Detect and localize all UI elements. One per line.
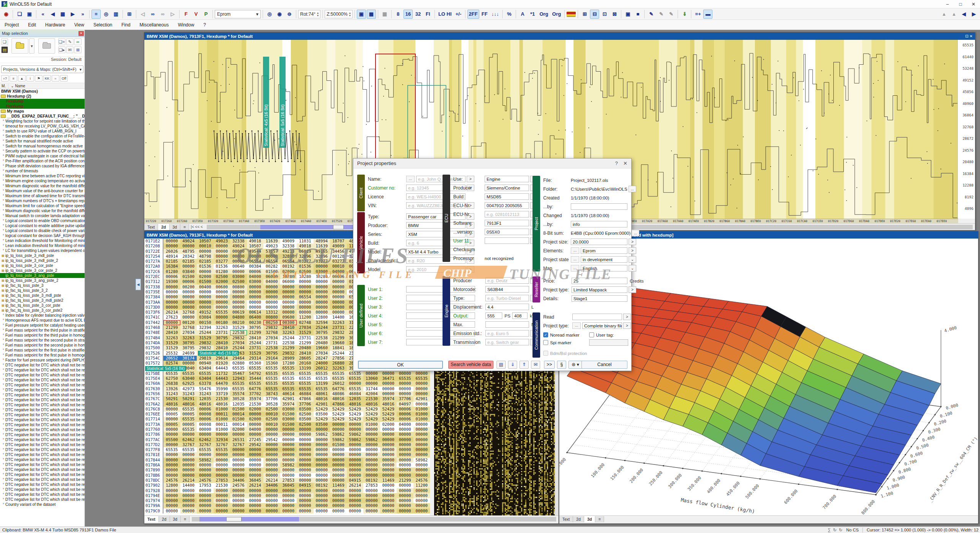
- tree-item[interactable]: __DDS_EXPA2_DEFAULT_FUNC__: "__DDS_EXPA2…: [0, 114, 85, 119]
- hex-cell[interactable]: 65535: [263, 376, 280, 381]
- hex-cell[interactable]: 00000: [297, 473, 314, 478]
- hex-cell[interactable]: 26026: [163, 249, 180, 254]
- hex-cell[interactable]: 00000: [230, 447, 247, 452]
- hex-cell[interactable]: 26012: [330, 381, 347, 386]
- filter-icon[interactable]: i: [26, 75, 34, 82]
- hex-cell[interactable]: 35574: [230, 391, 247, 396]
- field-input[interactable]: 0047910 2005055: [485, 202, 529, 209]
- search-vehicle-data-button[interactable]: Search vehicle data: [448, 361, 493, 369]
- hex-cell[interactable]: 00000: [380, 483, 397, 488]
- hex-cell[interactable]: 00180: [214, 320, 230, 325]
- hex-address[interactable]: 0174DA: [144, 340, 163, 345]
- hex-cell[interactable]: 00010: [263, 412, 280, 417]
- hex-cell[interactable]: 28410: [214, 345, 230, 350]
- hex-cell[interactable]: 59862: [347, 432, 364, 437]
- hex-cell[interactable]: 00000: [247, 447, 264, 452]
- hex-cell[interactable]: 00000: [380, 468, 397, 473]
- hex-cell[interactable]: 00000: [314, 310, 330, 315]
- plugin-icon[interactable]: ⊞: [74, 46, 82, 53]
- hex-cell[interactable]: 00000: [163, 458, 180, 463]
- tree-item[interactable]: *DTC negative list for DTC which shall n…: [0, 457, 85, 462]
- hex-cell[interactable]: 65535: [280, 366, 297, 371]
- hex-address[interactable]: 0173D0: [144, 305, 163, 310]
- win-a-icon[interactable]: ▣: [623, 10, 632, 19]
- hex-cell[interactable]: 00000: [163, 289, 180, 294]
- hex-cell[interactable]: 47866: [330, 402, 347, 407]
- field-input2[interactable]: 408: [512, 312, 528, 319]
- hex-cell[interactable]: 65535: [180, 407, 197, 412]
- hex-cell[interactable]: 00000: [263, 488, 280, 493]
- hex-cell[interactable]: 00000: [297, 508, 314, 513]
- hex-cell[interactable]: 42901: [413, 396, 430, 401]
- hex-cell[interactable]: 04000: [247, 427, 264, 432]
- field-input[interactable]: Engine: [485, 176, 529, 182]
- hex-cell[interactable]: 02185: [180, 259, 197, 264]
- hex-cell[interactable]: 00000: [280, 452, 297, 457]
- hex-cell[interactable]: 28909: [280, 356, 297, 361]
- hex-cell[interactable]: 00000: [230, 269, 247, 274]
- hex-cell[interactable]: 00000: [397, 381, 413, 386]
- absolute-button[interactable]: A: [518, 10, 527, 19]
- hex-cell[interactable]: 00010: [330, 264, 347, 269]
- hex-cell[interactable]: 32263: [330, 366, 347, 371]
- hex-cell[interactable]: 35974: [247, 396, 264, 401]
- tree-item[interactable]: *DTC negative list for DTC which shall n…: [0, 492, 85, 497]
- tree-item[interactable]: *Factor for fuel pressure setpoint durin…: [0, 358, 85, 363]
- hex-cell[interactable]: 06019: [297, 249, 314, 254]
- tree-item[interactable]: *DTC negative list for DTC which shall n…: [0, 397, 85, 402]
- hex-cell[interactable]: 00000: [214, 315, 230, 320]
- checkbox-box[interactable]: [589, 332, 594, 337]
- tab-text[interactable]: Text: [144, 224, 158, 230]
- horizontal-scrollbar[interactable]: [192, 517, 556, 522]
- hex-cell[interactable]: 00000: [363, 473, 380, 478]
- hex-cell[interactable]: 00000: [330, 289, 347, 294]
- hex-cell[interactable]: 00000: [297, 452, 314, 457]
- hex-cell[interactable]: 03000: [280, 417, 297, 422]
- hex-cell[interactable]: 00000: [280, 508, 297, 513]
- hex-cell[interactable]: 00006: [397, 417, 413, 422]
- hex-cell[interactable]: 28247: [314, 356, 330, 361]
- hex-cell[interactable]: 29832: [280, 351, 297, 356]
- hex-cell[interactable]: 00000: [280, 300, 297, 305]
- tree-item[interactable]: *Lean indication threshold for Monitorin…: [0, 238, 85, 243]
- hex-address[interactable]: 01786A: [144, 463, 163, 468]
- tree-item[interactable]: *Index table for cylinder balancing inje…: [0, 313, 85, 318]
- hex-cell[interactable]: 00000: [297, 305, 314, 310]
- hex-cell[interactable]: 23731: [247, 345, 264, 350]
- hex-cell[interactable]: 58982: [197, 458, 214, 463]
- hex-cell[interactable]: 65535: [347, 371, 364, 376]
- hex-cell[interactable]: 00005: [163, 412, 180, 417]
- hex-cell[interactable]: 00000: [347, 493, 364, 498]
- import-icon[interactable]: ⇓: [680, 10, 689, 19]
- hex-cell[interactable]: 65535: [180, 427, 197, 432]
- view-2d-icon[interactable]: ▣: [357, 10, 366, 19]
- hex-cell[interactable]: 01000: [363, 422, 380, 427]
- hex-cell[interactable]: 06000: [263, 274, 280, 279]
- hex-cell[interactable]: 00000: [280, 498, 297, 503]
- hex-cell[interactable]: 63378: [197, 381, 214, 386]
- tree-item[interactable]: *DTC negative list for DTC which shall n…: [0, 383, 85, 387]
- hex-cell[interactable]: 00000: [197, 427, 214, 432]
- hex-address[interactable]: 0176EE: [144, 412, 163, 417]
- tree-item[interactable]: *LC for transmitting Layer-values indepe…: [0, 248, 85, 253]
- field-input[interactable]: [572, 314, 622, 320]
- hex-cell[interactable]: 49024: [230, 244, 247, 249]
- hex-cell[interactable]: 48795: [180, 249, 197, 254]
- tree-item[interactable]: *Fuel mass setpoint for the third pulse …: [0, 333, 85, 338]
- hex-cell[interactable]: 00000: [330, 503, 347, 508]
- tree-item[interactable]: *DTC negative list for DTC which shall n…: [0, 467, 85, 472]
- hex-address[interactable]: 017442: [144, 320, 163, 325]
- hex-cell[interactable]: 06000: [280, 279, 297, 284]
- hex-cell[interactable]: 00000: [330, 305, 347, 310]
- hex-cell[interactable]: 48016: [197, 402, 214, 407]
- hex-cell[interactable]: 65535: [397, 376, 413, 381]
- hex-cell[interactable]: 00000: [314, 279, 330, 284]
- hex-cell[interactable]: 12800: [163, 483, 180, 488]
- hex-cell[interactable]: 00000: [247, 254, 264, 259]
- hex-cell[interactable]: 35467: [230, 371, 247, 376]
- hex-cell[interactable]: 00000: [297, 488, 314, 493]
- hex-cell[interactable]: 00000: [413, 498, 430, 503]
- open-dropdown-icon[interactable]: ▾: [29, 38, 34, 54]
- grid-view-icon[interactable]: ▦: [58, 10, 67, 19]
- tree-item[interactable]: *PWM output wastegate in case of electri…: [0, 154, 85, 159]
